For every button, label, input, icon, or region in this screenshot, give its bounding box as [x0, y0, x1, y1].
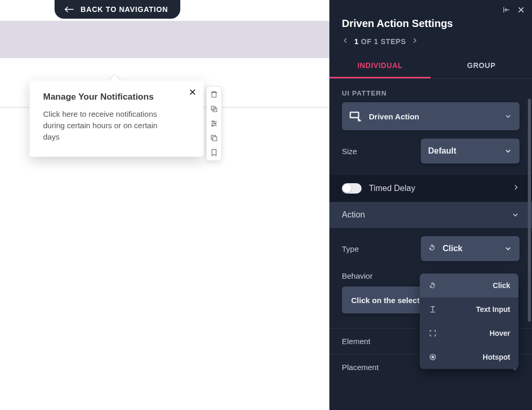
arrow-left-icon [64, 6, 74, 13]
tooltip-card: ✕ Manage Your Notifications Click here t… [30, 80, 204, 157]
scrollbar[interactable] [528, 99, 531, 322]
action-section-label: Action [342, 210, 365, 220]
step-prev-button[interactable] [342, 37, 349, 46]
ui-pattern-value: Driven Action [369, 112, 419, 121]
gray-band [0, 21, 329, 58]
type-dropdown: Click Text Input Hover Hotspot [420, 274, 518, 369]
svg-rect-10 [212, 136, 217, 141]
hotspot-icon [428, 352, 437, 362]
placement-section-label: Placement [342, 363, 379, 372]
copy-icon[interactable] [209, 104, 219, 114]
svg-point-19 [432, 356, 434, 358]
type-option-hover[interactable]: Hover [420, 321, 518, 345]
behavior-button-text: Click on the select [351, 296, 420, 305]
action-section-header[interactable]: Action [329, 202, 532, 228]
driven-action-icon [349, 111, 363, 121]
type-option-label: Text Input [444, 305, 510, 313]
tap-icon [428, 281, 437, 290]
type-option-label: Click [444, 281, 510, 290]
text-input-icon [428, 305, 437, 314]
step-total: 1 [374, 37, 378, 46]
element-section-label: Element [342, 337, 370, 346]
timed-delay-toggle[interactable] [342, 183, 362, 194]
step-of: OF [361, 37, 372, 46]
type-option-label: Hotspot [444, 353, 510, 361]
tab-group[interactable]: GROUP [431, 54, 532, 78]
canvas-area: BACK TO NAVIGATION ✕ Manage Your Notific… [0, 0, 329, 410]
chevron-down-icon [504, 112, 512, 120]
type-select[interactable]: Click [421, 236, 520, 261]
behavior-label: Behavior [342, 271, 373, 280]
chevron-right-icon [512, 184, 520, 193]
back-to-navigation-button[interactable]: BACK TO NAVIGATION [55, 0, 180, 19]
sliders-icon[interactable] [209, 119, 219, 128]
svg-rect-1 [212, 92, 216, 97]
tool-strip [206, 86, 222, 161]
collapse-icon[interactable] [502, 5, 511, 15]
size-select[interactable]: Default [421, 139, 520, 163]
type-option-text-input[interactable]: Text Input [420, 297, 518, 321]
tabs: INDIVIDUAL GROUP [329, 54, 532, 79]
type-value: Click [443, 244, 462, 253]
step-label: STEPS [381, 37, 406, 46]
close-panel-icon[interactable] [516, 5, 526, 15]
trash-icon[interactable] [209, 90, 219, 99]
tooltip-body: Click here to receive notifications duri… [43, 108, 173, 142]
close-icon[interactable]: ✕ [189, 87, 196, 98]
expand-icon [428, 329, 437, 338]
step-current: 1 [354, 37, 358, 46]
size-label: Size [342, 147, 357, 156]
tab-individual[interactable]: INDIVIDUAL [329, 54, 431, 78]
ui-pattern-select[interactable]: Driven Action [342, 102, 520, 130]
type-option-click[interactable]: Click [420, 274, 518, 297]
tooltip-title: Manage Your Notifications [43, 92, 190, 102]
bookmark-icon[interactable] [209, 148, 219, 157]
chevron-down-icon [504, 147, 512, 155]
timed-delay-row[interactable]: Timed Delay [329, 175, 532, 202]
chevron-down-icon [504, 244, 512, 253]
duplicate-icon[interactable] [209, 133, 219, 143]
ui-pattern-label: UI PATTERN [329, 79, 532, 102]
back-label: BACK TO NAVIGATION [81, 5, 168, 13]
tap-icon [428, 242, 436, 255]
type-option-label: Hover [444, 329, 510, 337]
type-option-hotspot[interactable]: Hotspot [420, 345, 518, 369]
timed-delay-label: Timed Delay [369, 184, 415, 193]
svg-rect-16 [351, 113, 358, 117]
type-label: Type [342, 244, 359, 253]
size-value: Default [428, 146, 456, 156]
chevron-down-icon [511, 211, 520, 219]
step-next-button[interactable] [411, 37, 418, 46]
step-navigator: 1 OF 1 STEPS [329, 37, 532, 54]
